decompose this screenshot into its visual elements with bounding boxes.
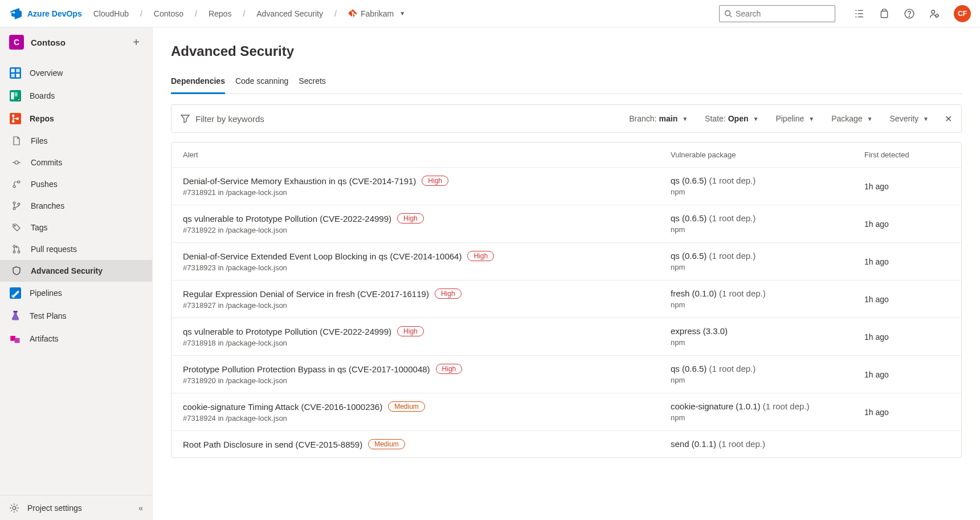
sidebar-item-boards[interactable]: Boards	[0, 84, 152, 107]
alert-row[interactable]: cookie-signature Timing Attack (CVE-2016…	[172, 393, 961, 430]
artifacts-icon	[9, 332, 22, 345]
sidebar-item-test-plans[interactable]: Test Plans	[0, 304, 152, 327]
package-name: qs (0.6.5)	[671, 176, 707, 185]
filter-state[interactable]: State: Open ▼	[699, 114, 764, 123]
sidebar-label: Pull requests	[31, 245, 77, 254]
add-button[interactable]: +	[129, 35, 143, 49]
sidebar-item-repos[interactable]: Repos	[0, 107, 152, 130]
work-items-icon[interactable]	[854, 8, 865, 19]
sidebar-item-pull-requests[interactable]: Pull requests	[0, 238, 152, 260]
svg-point-23	[12, 115, 15, 117]
sidebar-item-overview[interactable]: Overview	[0, 62, 152, 84]
collapse-sidebar-icon[interactable]: «	[138, 503, 143, 513]
alert-title: Root Path Disclosure in send (CVE-2015-8…	[183, 440, 362, 449]
pipelines-icon	[9, 287, 22, 299]
svg-point-12	[936, 14, 938, 17]
sidebar-label: Commits	[31, 158, 62, 167]
clear-filters-icon[interactable]: ✕	[945, 113, 952, 124]
help-icon[interactable]	[904, 8, 915, 19]
alert-subtitle: #7318921 in /package-lock.json	[183, 188, 671, 197]
user-avatar[interactable]: CF	[954, 5, 971, 22]
package-manager: npm	[671, 338, 864, 347]
svg-point-35	[13, 245, 15, 247]
search-icon	[724, 10, 732, 18]
sidebar-label: Advanced Security	[31, 266, 103, 275]
alert-row[interactable]: Denial-of-Service Extended Event Loop Bl…	[172, 242, 961, 280]
tab-secrets[interactable]: Secrets	[299, 72, 325, 94]
alert-row[interactable]: qs vulnerable to Prototype Pollution (CV…	[172, 318, 961, 355]
package-name: qs (0.6.5)	[671, 213, 707, 223]
package-name: qs (0.6.5)	[671, 364, 707, 373]
filter-severity[interactable]: Severity ▼	[884, 114, 934, 123]
files-icon	[10, 135, 23, 147]
alert-row[interactable]: Root Path Disclosure in send (CVE-2015-8…	[172, 430, 961, 457]
root-dep: (1 root dep.)	[709, 213, 756, 223]
col-detected[interactable]: First detected	[864, 151, 950, 159]
alert-row[interactable]: Regular Expression Denial of Service in …	[172, 280, 961, 318]
sidebar-label: Artifacts	[30, 334, 59, 343]
sidebar-item-tags[interactable]: Tags	[0, 217, 152, 238]
sidebar: C Contoso + Overview Boards Repos Files	[0, 27, 153, 520]
svg-point-10	[909, 15, 909, 16]
alert-row[interactable]: Prototype Pollution Protection Bypass in…	[172, 355, 961, 393]
gear-icon	[9, 503, 19, 513]
alert-title: qs vulnerable to Prototype Pollution (CV…	[183, 327, 391, 336]
repo-selector[interactable]: Fabrikam ▼	[345, 9, 409, 18]
root-dep: (1 root dep.)	[718, 439, 765, 449]
svg-rect-15	[16, 69, 19, 72]
sidebar-label: Repos	[30, 114, 54, 123]
project-header[interactable]: C Contoso +	[0, 27, 152, 57]
package-name: send (0.1.1)	[671, 439, 716, 449]
pull-requests-icon	[10, 243, 23, 255]
user-settings-icon[interactable]	[929, 8, 940, 19]
sidebar-item-pushes[interactable]: Pushes	[0, 173, 152, 195]
breadcrumb-sep: /	[239, 9, 248, 18]
tab-dependencies[interactable]: Dependencies	[171, 72, 225, 94]
svg-point-11	[932, 10, 935, 13]
sidebar-item-pipelines[interactable]: Pipelines	[0, 282, 152, 304]
first-detected: 1h ago	[864, 220, 950, 229]
col-package[interactable]: Vulnerable package	[671, 151, 864, 159]
test-plans-icon	[9, 310, 22, 322]
sidebar-item-branches[interactable]: Branches	[0, 195, 152, 217]
global-search[interactable]	[719, 5, 835, 22]
repos-icon	[9, 112, 22, 125]
tab-code-scanning[interactable]: Code scanning	[235, 72, 288, 94]
breadcrumb-project[interactable]: Contoso	[150, 9, 187, 18]
alert-subtitle: #7318920 in /package-lock.json	[183, 376, 671, 385]
filter-branch[interactable]: Branch: main ▼	[623, 114, 693, 123]
svg-rect-42	[15, 338, 20, 343]
breadcrumb-area[interactable]: Repos	[205, 9, 235, 18]
alert-row[interactable]: qs vulnerable to Prototype Pollution (CV…	[172, 205, 961, 242]
search-input[interactable]	[736, 9, 835, 18]
first-detected: 1h ago	[864, 257, 950, 266]
sidebar-label: Pipelines	[30, 289, 62, 298]
sidebar-item-advanced-security[interactable]: Advanced Security	[0, 260, 152, 282]
svg-point-43	[13, 506, 16, 510]
root-dep: (1 root dep.)	[709, 364, 756, 373]
alerts-table: Alert Vulnerable package First detected …	[171, 142, 962, 458]
breadcrumb-page[interactable]: Advanced Security	[253, 9, 326, 18]
breadcrumb-org[interactable]: CloudHub	[90, 9, 132, 18]
svg-point-0	[725, 10, 730, 15]
project-settings[interactable]: Project settings «	[0, 495, 152, 520]
svg-rect-14	[11, 69, 15, 72]
svg-rect-17	[16, 74, 19, 77]
svg-point-36	[13, 251, 15, 253]
col-alert[interactable]: Alert	[183, 151, 671, 159]
svg-point-30	[18, 181, 20, 183]
svg-point-24	[12, 120, 15, 123]
alert-row[interactable]: Denial-of-Service Memory Exhaustion in q…	[172, 167, 961, 205]
sidebar-item-artifacts[interactable]: Artifacts	[0, 327, 152, 350]
sidebar-item-commits[interactable]: Commits	[0, 152, 152, 173]
svg-point-37	[18, 251, 20, 253]
package-name: express (3.3.0)	[671, 326, 728, 336]
root-dep: (1 root dep.)	[719, 289, 766, 298]
filter-pipeline[interactable]: Pipeline ▼	[770, 114, 820, 123]
sidebar-item-files[interactable]: Files	[0, 130, 152, 152]
svg-point-26	[15, 161, 18, 164]
marketplace-icon[interactable]	[879, 8, 890, 19]
filter-keyword-input[interactable]	[195, 114, 618, 124]
brand-label[interactable]: Azure DevOps	[27, 9, 82, 18]
filter-package[interactable]: Package ▼	[826, 114, 878, 123]
